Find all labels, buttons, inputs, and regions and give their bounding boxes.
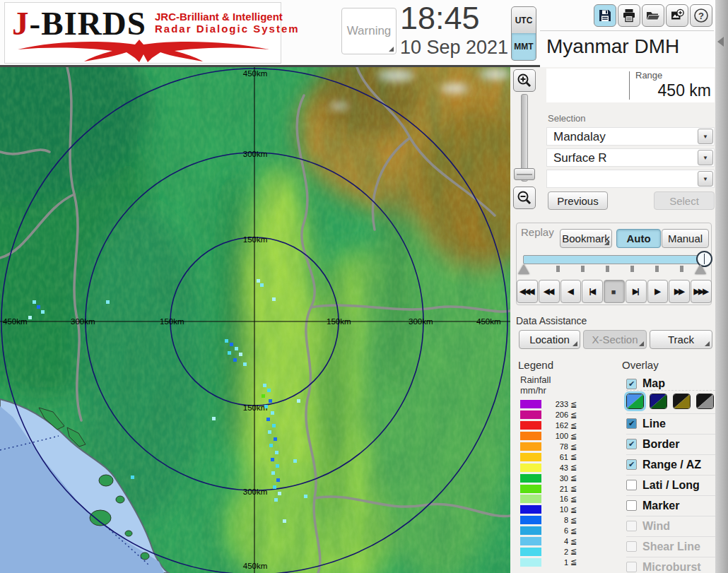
legend-value: 43	[541, 463, 568, 472]
rain-cell	[274, 498, 278, 502]
rain-cell	[33, 300, 36, 304]
eagle-logo-icon	[16, 38, 272, 64]
rain-cell	[268, 430, 271, 434]
ruler-end-marker	[695, 264, 706, 274]
radar-map[interactable]: 450km 300km 150km 150km 300km 450km 450k…	[0, 67, 510, 573]
step-forward-button[interactable]: ▶|	[626, 280, 647, 303]
chevron-down-icon[interactable]: ▼	[698, 150, 713, 165]
play-reverse-button[interactable]: ◀	[560, 280, 582, 303]
dropdown-site-value: Mandalay	[553, 130, 606, 144]
map-style-navy-darkgreen[interactable]	[650, 394, 667, 409]
legend-row: 43≦	[520, 462, 605, 473]
rewind-button[interactable]: ◀◀	[539, 280, 560, 303]
legend-value: 1	[541, 558, 568, 567]
legend-row: 16≦	[520, 494, 605, 504]
legend-operator: ≦	[570, 410, 577, 420]
rain-cell	[263, 384, 266, 387]
rain-cell	[293, 459, 297, 463]
replay-slider-track[interactable]	[523, 255, 705, 264]
dropdown-product[interactable]: Surface R ▼	[546, 148, 715, 167]
legend-operator: ≦	[570, 400, 577, 409]
zoom-in-button[interactable]	[513, 69, 536, 92]
step-back-button[interactable]: |◀	[582, 280, 603, 303]
auto-button[interactable]: Auto	[616, 229, 661, 248]
checkbox-range-az[interactable]: ✔	[626, 459, 637, 470]
legend-row: 21≦	[520, 483, 605, 494]
warning-button[interactable]: Warning	[341, 8, 397, 54]
checkbox-marker[interactable]: ✔	[626, 500, 637, 511]
chevron-down-icon[interactable]: ▼	[698, 129, 713, 144]
map-style-blue-green[interactable]	[626, 394, 644, 409]
legend-value: 2	[541, 548, 568, 556]
save-button[interactable]	[594, 4, 616, 27]
previous-button[interactable]: Previous	[548, 191, 608, 210]
legend-swatch	[520, 400, 541, 408]
range-value: 450 km	[629, 81, 711, 100]
manual-button[interactable]: Manual	[662, 229, 709, 248]
bookmark-button[interactable]: Bookmark	[560, 229, 612, 248]
mmt-toggle-button[interactable]: MMT	[511, 33, 536, 61]
ring-label: 150km	[327, 317, 351, 326]
zoom-out-button[interactable]	[513, 187, 536, 209]
stop-button[interactable]: ■	[604, 280, 625, 303]
legend-swatch	[520, 463, 541, 472]
panel-edge-strip[interactable]	[715, 0, 728, 573]
collapse-panel-icon[interactable]	[717, 37, 724, 47]
overlay-row-line: ✔ Line	[626, 413, 715, 433]
map-style-swatch-icon	[697, 394, 713, 408]
x-section-button[interactable]: X-Section	[583, 330, 647, 349]
legend-operator: ≦	[570, 484, 577, 493]
checkbox-wind: ✔	[626, 521, 637, 531]
rain-cell	[228, 351, 231, 355]
fast-forward-button[interactable]: ▶▶▶	[691, 280, 712, 303]
legend-value: 16	[541, 495, 568, 503]
legend-value: 78	[541, 442, 568, 451]
help-button[interactable]: ?	[690, 4, 712, 27]
rain-cell	[225, 339, 228, 343]
zoom-slider-thumb[interactable]	[514, 168, 535, 180]
corner-triangle-icon	[705, 341, 710, 346]
rain-cell	[235, 347, 238, 350]
location-button[interactable]: Location	[519, 330, 580, 349]
dropdown-extra[interactable]: ▼	[546, 170, 715, 188]
checkbox-lati-long[interactable]: ✔	[626, 480, 637, 490]
ring-label: 450km	[476, 317, 501, 326]
magnifier-minus-icon	[517, 190, 532, 206]
legend-swatch	[520, 453, 541, 461]
legend-row: 6≦	[520, 526, 605, 536]
clock-time: 18:45	[400, 0, 480, 37]
ring-label: 300km	[243, 150, 268, 158]
print-button[interactable]	[618, 4, 640, 27]
legend-swatch	[520, 485, 541, 493]
legend-operator: ≦	[570, 537, 577, 546]
slider-tick	[655, 266, 659, 272]
bookmark-button-label: Bookmark	[562, 232, 610, 244]
select-button[interactable]: Select	[654, 191, 715, 210]
checkbox-microburst: ✔	[626, 562, 637, 572]
ruler-start-marker	[518, 264, 529, 274]
legend-swatch	[520, 548, 541, 556]
track-button[interactable]: Track	[650, 330, 712, 349]
fast-rewind-button[interactable]: ◀◀◀	[517, 280, 538, 303]
forward-button[interactable]: ▶▶	[669, 280, 690, 303]
map-style-black-gray[interactable]	[696, 394, 714, 409]
open-folder-button[interactable]	[642, 4, 664, 27]
dropdown-site[interactable]: Mandalay ▼	[546, 127, 715, 146]
overlay-wind-label: Wind	[642, 520, 670, 533]
map-style-black-olive[interactable]	[673, 394, 691, 409]
utc-toggle-button[interactable]: UTC	[511, 6, 536, 34]
checkbox-map[interactable]: ✔	[626, 379, 637, 389]
chevron-down-icon[interactable]: ▼	[698, 171, 713, 187]
rain-cell	[304, 495, 307, 498]
replay-label: Replay	[521, 226, 554, 238]
legend-value: 10	[541, 505, 568, 514]
rain-cell	[131, 475, 134, 479]
checkbox-line[interactable]: ✔	[626, 418, 637, 429]
station-title: Myanmar DMH	[546, 35, 679, 58]
legend-value: 162	[541, 421, 568, 430]
toolbar-divider	[540, 30, 714, 31]
play-button[interactable]: ▶	[647, 280, 669, 303]
add-image-button[interactable]	[666, 4, 688, 27]
checkbox-border[interactable]: ✔	[626, 439, 637, 449]
legend-row: 61≦	[520, 451, 605, 462]
